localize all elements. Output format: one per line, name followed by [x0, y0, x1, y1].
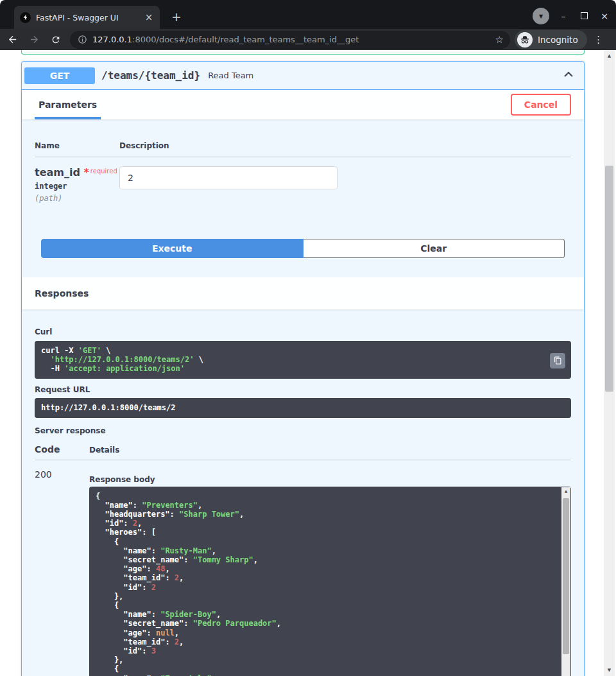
- curl-command: curl -X 'GET' \ 'http://127.0.0.1:8000/t…: [35, 341, 571, 379]
- browser-tabstrip: FastAPI - Swagger UI × + ▼ – ×: [0, 0, 616, 29]
- parameters-header: Parameters Cancel: [22, 90, 584, 119]
- page-scroll-down-icon[interactable]: ▼: [604, 668, 615, 673]
- forward-button[interactable]: [24, 31, 44, 48]
- page-scrollbar-thumb[interactable]: [605, 166, 613, 392]
- responses-header: Responses: [22, 277, 584, 309]
- new-tab-button[interactable]: +: [168, 9, 185, 26]
- execute-button[interactable]: Execute: [41, 239, 304, 258]
- cancel-button[interactable]: Cancel: [511, 94, 571, 116]
- incognito-icon: [517, 32, 533, 48]
- parameters-tab-label: Parameters: [38, 100, 97, 110]
- responses-heading: Responses: [35, 288, 89, 299]
- endpoint-path: /teams/{team_id}: [101, 69, 200, 82]
- reload-button[interactable]: [46, 31, 65, 48]
- site-info-icon[interactable]: [78, 35, 87, 44]
- responses-section: Curl curl -X 'GET' \ 'http://127.0.0.1:8…: [22, 309, 584, 676]
- page-scrollbar[interactable]: ▲ ▼: [604, 50, 615, 676]
- browser-tab[interactable]: FastAPI - Swagger UI ×: [14, 6, 160, 29]
- required-label: required: [90, 168, 117, 175]
- collapse-chevron-icon[interactable]: [562, 68, 575, 83]
- fastapi-favicon-icon: [20, 12, 31, 23]
- response-body-scrollbar[interactable]: ▲: [561, 487, 570, 676]
- window-maximize-button[interactable]: [578, 11, 590, 21]
- response-row: 200 Response body { "name": "Preventers"…: [35, 460, 571, 676]
- opblock-get-teams: GET /teams/{team_id} Read Team Parameter…: [21, 61, 585, 676]
- browser-toolbar: 127.0.0.1:8000/docs#/default/read_team_t…: [0, 29, 616, 50]
- previous-endpoint-edge: [21, 50, 585, 55]
- incognito-label: Incognito: [538, 35, 578, 45]
- response-body-json: { "name": "Preventers", "headquarters": …: [89, 487, 571, 676]
- url-text: 127.0.0.1:8000/docs#/default/read_team_t…: [92, 35, 490, 44]
- code-column-header: Code: [35, 444, 89, 455]
- response-body-label: Response body: [89, 475, 571, 484]
- bookmark-star-icon[interactable]: ☆: [495, 34, 504, 46]
- response-scrollbar-thumb[interactable]: [563, 498, 569, 654]
- maximize-icon: [581, 12, 588, 19]
- param-type: integer: [35, 182, 119, 191]
- window-close-button[interactable]: ×: [598, 11, 611, 21]
- team-id-input[interactable]: [119, 166, 338, 189]
- parameters-section: Name Description team_id *required integ…: [22, 119, 584, 277]
- tab-parameters[interactable]: Parameters: [35, 90, 101, 119]
- url-path: :8000/docs#/default/read_team_teams__tea…: [132, 35, 359, 44]
- window-minimize-button[interactable]: –: [557, 11, 570, 21]
- tab-search-icon[interactable]: ▼: [533, 8, 549, 24]
- request-url-value: http://127.0.0.1:8000/teams/2: [35, 398, 571, 418]
- endpoint-summary: Read Team: [208, 71, 253, 80]
- response-code: 200: [35, 469, 89, 676]
- method-badge: GET: [24, 67, 95, 84]
- back-button[interactable]: [3, 31, 22, 48]
- server-response-label: Server response: [35, 426, 571, 435]
- description-column-header: Description: [119, 141, 169, 150]
- tab-title: FastAPI - Swagger UI: [36, 13, 143, 22]
- param-location: (path): [35, 194, 119, 203]
- required-asterisk: *: [83, 166, 89, 178]
- request-url-label: Request URL: [35, 385, 571, 394]
- page-scroll-up-icon[interactable]: ▲: [604, 53, 615, 58]
- name-column-header: Name: [35, 141, 119, 150]
- swagger-page: GET /teams/{team_id} Read Team Parameter…: [0, 50, 604, 676]
- tab-close-icon[interactable]: ×: [143, 12, 155, 23]
- browser-menu-icon[interactable]: ⋮: [594, 34, 604, 46]
- param-name: team_id *required: [35, 166, 119, 178]
- address-bar[interactable]: 127.0.0.1:8000/docs#/default/read_team_t…: [70, 31, 510, 49]
- clear-button[interactable]: Clear: [304, 239, 565, 258]
- scroll-up-icon[interactable]: ▲: [561, 489, 570, 493]
- details-column-header: Details: [89, 446, 119, 455]
- curl-label: Curl: [35, 327, 571, 336]
- parameter-row: team_id *required integer (path): [35, 157, 571, 203]
- endpoint-summary-bar[interactable]: GET /teams/{team_id} Read Team: [22, 62, 584, 90]
- incognito-badge: Incognito: [515, 30, 587, 49]
- copy-button[interactable]: [550, 353, 565, 368]
- url-host: 127.0.0.1: [92, 35, 132, 44]
